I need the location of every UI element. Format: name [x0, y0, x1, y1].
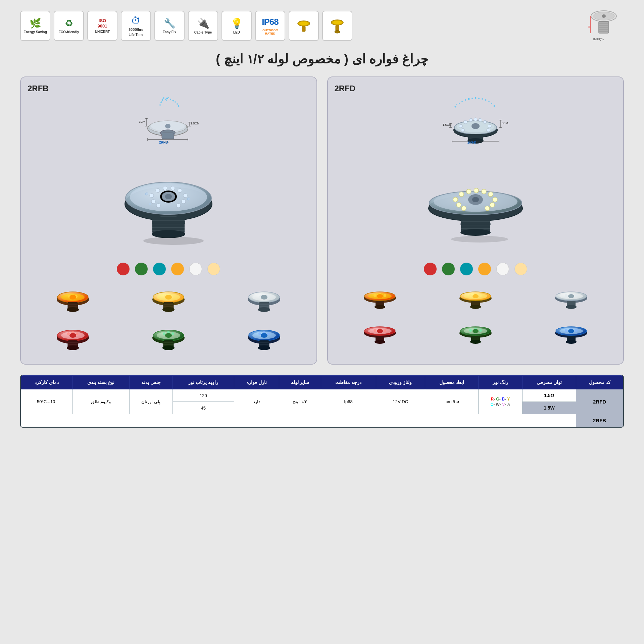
connection-diagram: G G(PF)½ [584, 7, 624, 45]
specs-table-wrapper: کد محصول توان مصرفی رنگ نور ابعاد محصول … [20, 375, 624, 428]
svg-point-251 [375, 340, 385, 344]
svg-point-120 [69, 333, 76, 338]
specs-table: کد محصول توان مصرفی رنگ نور ابعاد محصول … [21, 375, 623, 427]
svg-point-30 [170, 99, 171, 100]
svg-point-214 [460, 229, 491, 236]
svg-point-196 [459, 192, 464, 197]
cell-angle-120: 120 [173, 389, 234, 402]
svg-text:1.5CM.: 1.5CM. [443, 123, 452, 126]
svg-point-160 [485, 99, 486, 101]
color-yellow-2rfd [478, 263, 491, 275]
svg-point-149 [258, 345, 270, 350]
fixture-a-svg [295, 17, 312, 34]
cell-power-2rfb: 1.5W [522, 402, 576, 414]
ip68-sublabel: OUTDOOR RATED [258, 29, 283, 35]
products-row: 2RFB [20, 76, 624, 365]
svg-point-61 [178, 189, 182, 193]
rgb-row1: R- G- B- Y [491, 397, 510, 401]
color-white-2rfd [496, 263, 509, 275]
svg-point-137 [162, 345, 175, 350]
color-cyan-2rfb [153, 263, 166, 275]
product-code-2rfb: 2RFB [28, 84, 310, 93]
cell-power-2rfd: 1.5Ω [522, 389, 576, 402]
svg-text:3CM: 3CM [139, 120, 145, 123]
variant-blue-2rfd [553, 320, 590, 351]
svg-point-9 [602, 14, 606, 18]
svg-point-173 [488, 124, 491, 128]
ip68-badge: IP68 [262, 17, 279, 27]
icon-fixture-b [322, 11, 352, 41]
color-green-2rfb [135, 263, 148, 275]
icon-iso9001: ISO9001 UNICERT [87, 11, 117, 41]
rgb-r: R [491, 397, 494, 401]
svg-point-215 [451, 236, 508, 243]
cable-symbol: 🔌 [197, 17, 209, 29]
icon-cable-type: 🔌 Cable Type [188, 11, 218, 41]
iso-symbol: ISO9001 [98, 18, 107, 29]
product-panel-2rfb: 2RFB [20, 76, 317, 365]
color-warmwhite-2rfb [207, 263, 220, 275]
variants-2rfb [28, 285, 310, 357]
product-panel-2rfd: 2RFD [327, 76, 624, 365]
svg-point-199 [482, 189, 486, 194]
icon-ip68: IP68 OUTDOOR RATED [255, 11, 285, 41]
svg-point-31 [172, 100, 174, 102]
cell-color: R- G- B- Y C- W- V- A [478, 389, 522, 414]
variant-yellow-2rfd [457, 285, 494, 316]
svg-point-233 [470, 305, 481, 309]
header-packaging: نوع بسته بندی [72, 376, 129, 389]
svg-point-20 [162, 99, 163, 101]
cell-temp: -10...50°C [21, 389, 73, 414]
cable-label: Cable Type [194, 31, 212, 34]
svg-point-144 [261, 333, 267, 338]
svg-point-69 [165, 194, 172, 199]
svg-point-219 [374, 294, 376, 297]
svg-point-195 [453, 197, 458, 202]
svg-point-60 [171, 186, 175, 190]
svg-point-248 [384, 329, 386, 332]
svg-point-59 [163, 186, 167, 190]
svg-point-246 [374, 329, 376, 332]
iso-label: UNICERT [95, 30, 110, 34]
cell-code-2rfb: 2RFB [576, 414, 623, 427]
rgb-c: C [491, 402, 494, 407]
svg-point-97 [165, 295, 172, 300]
svg-point-129 [163, 332, 165, 335]
svg-point-38 [165, 124, 170, 128]
variant-green-2rfd [457, 320, 494, 351]
svg-point-264 [565, 329, 567, 332]
variant-amber-2rfb [54, 285, 91, 319]
header-angle: زاویه پرتاب نور [173, 376, 234, 389]
easy-fix-label: Easy Fix [163, 30, 177, 34]
header-dimensions: ابعاد محصول [425, 376, 479, 389]
svg-point-64 [177, 204, 181, 208]
svg-point-162 [491, 103, 492, 104]
energy-saving-symbol: 🌿 [30, 18, 41, 29]
variant-green-2rfb [150, 324, 187, 357]
svg-point-239 [575, 294, 578, 297]
color-green-2rfd [442, 263, 455, 275]
svg-point-169 [469, 118, 473, 122]
header-light-color: رنگ نور [478, 376, 522, 389]
svg-point-205 [456, 203, 461, 207]
color-red-2rfd [424, 263, 437, 275]
easy-fix-symbol: 🔧 [164, 18, 176, 29]
energy-saving-label: Energy Saving [23, 30, 47, 34]
svg-point-197 [466, 189, 471, 194]
color-cyan-2rfd [460, 263, 473, 275]
led-label: LED [233, 31, 240, 34]
color-red-2rfb [117, 263, 130, 275]
svg-point-174 [487, 128, 490, 132]
variant-white-2rfd [553, 285, 590, 316]
svg-point-57 [150, 194, 154, 198]
rgb-g: G [496, 397, 499, 401]
product-code-2rfd: 2RFD [335, 84, 617, 93]
svg-point-203 [485, 206, 490, 211]
svg-point-79 [149, 203, 151, 205]
spray-svg-2rfd: 1.5CM. 3CM. 5CM. 2RFD [442, 97, 509, 144]
icon-eco-friendly: ♻ ECO-friendly [54, 11, 84, 41]
svg-point-113 [258, 307, 270, 312]
cell-packaging: وکیوم طلق [72, 389, 129, 414]
variant-white-2rfb [246, 285, 283, 319]
svg-point-258 [473, 329, 479, 333]
